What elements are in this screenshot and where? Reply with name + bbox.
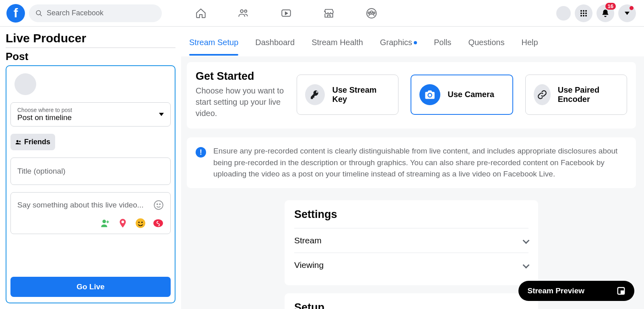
- tab-questions[interactable]: Questions: [468, 29, 504, 54]
- marketplace-icon: [323, 7, 335, 19]
- title-input[interactable]: Title (optional): [10, 158, 171, 185]
- tab-dashboard[interactable]: Dashboard: [255, 29, 295, 54]
- user-avatar[interactable]: [14, 73, 36, 95]
- svg-point-5: [368, 12, 369, 13]
- title-placeholder: Title (optional): [17, 167, 66, 175]
- nav-friends[interactable]: [225, 3, 262, 24]
- get-started-card: Get Started Choose how you want to start…: [187, 62, 636, 129]
- watch-icon: [280, 7, 292, 19]
- groups-icon: [365, 7, 378, 19]
- svg-point-19: [157, 204, 158, 205]
- post-destination-select[interactable]: Choose where to post Post on timeline: [10, 102, 171, 127]
- divider: [6, 48, 175, 48]
- svg-point-23: [138, 222, 140, 223]
- emoji-icon[interactable]: [153, 200, 164, 210]
- svg-point-4: [370, 11, 372, 13]
- tab-help[interactable]: Help: [521, 29, 538, 54]
- svg-point-16: [17, 140, 19, 142]
- svg-point-1: [244, 10, 247, 12]
- alert-dot: [630, 6, 634, 10]
- nav-watch[interactable]: [268, 3, 304, 24]
- svg-rect-29: [621, 291, 624, 294]
- facebook-logo[interactable]: f: [6, 4, 25, 23]
- tab-graphics[interactable]: Graphics: [380, 29, 417, 54]
- settings-row-viewing[interactable]: Viewing: [294, 253, 528, 277]
- svg-point-14: [583, 15, 584, 17]
- section-post-title: Post: [6, 50, 175, 63]
- sidebar: Live Producer Post Choose where to post …: [0, 27, 181, 309]
- option-stream-key[interactable]: Use Stream Key: [297, 75, 398, 115]
- get-started-desc: Choose how you want to start setting up …: [196, 85, 285, 119]
- nav-marketplace[interactable]: [311, 3, 347, 24]
- svg-point-0: [240, 10, 243, 12]
- profile-avatar[interactable]: [556, 6, 571, 21]
- indicator-dot: [414, 41, 417, 44]
- search-input[interactable]: Search Facebook: [29, 4, 162, 22]
- chevron-down-icon: [523, 237, 530, 244]
- tag-people-icon[interactable]: [99, 218, 111, 229]
- chevron-down-icon: [523, 261, 530, 268]
- nav-groups[interactable]: [353, 3, 390, 24]
- audience-chip[interactable]: Friends: [10, 134, 55, 150]
- attachment-row: [17, 218, 164, 229]
- svg-point-18: [154, 201, 163, 209]
- option-paired-encoder[interactable]: Use Paired Encoder: [525, 75, 627, 115]
- svg-point-11: [583, 12, 584, 14]
- main-content: Stream Setup Dashboard Stream Health Gra…: [181, 27, 644, 309]
- menu-grid-icon: [580, 9, 588, 17]
- bell-icon: [601, 9, 610, 18]
- svg-point-13: [580, 15, 582, 17]
- notice-text: Ensure any pre-recorded content is clear…: [213, 145, 627, 180]
- search-placeholder: Search Facebook: [47, 9, 103, 17]
- home-icon: [195, 7, 207, 19]
- camera-icon: [424, 89, 436, 100]
- friends-icon: [237, 7, 250, 19]
- settings-card: Settings Stream Viewing: [285, 200, 538, 285]
- svg-point-15: [585, 15, 587, 17]
- notice-card: ! Ensure any pre-recorded content is cle…: [187, 137, 636, 188]
- link-icon: [537, 89, 547, 100]
- svg-point-24: [141, 222, 142, 223]
- go-live-button[interactable]: Go Live: [10, 277, 171, 297]
- option-label: Use Paired Encoder: [558, 85, 619, 104]
- option-label: Use Stream Key: [332, 85, 390, 104]
- donate-icon[interactable]: [153, 218, 164, 229]
- svg-point-7: [580, 10, 582, 12]
- info-icon: !: [196, 147, 206, 158]
- settings-row-stream[interactable]: Stream: [294, 228, 528, 253]
- settings-title: Settings: [294, 208, 528, 221]
- svg-point-20: [159, 204, 160, 205]
- nav-center: [183, 3, 390, 24]
- stream-preview-pill[interactable]: Stream Preview: [518, 281, 634, 301]
- nav-right: 16: [556, 4, 636, 22]
- tab-stream-health[interactable]: Stream Health: [312, 29, 363, 54]
- desc-placeholder: Say something about this live video...: [17, 201, 144, 209]
- svg-point-10: [580, 12, 582, 14]
- desc-input[interactable]: Say something about this live video...: [10, 192, 171, 234]
- svg-point-17: [19, 141, 21, 142]
- menu-button[interactable]: [575, 4, 592, 22]
- feeling-icon[interactable]: [135, 218, 146, 229]
- nav-home[interactable]: [183, 3, 219, 24]
- option-use-camera[interactable]: Use Camera: [411, 75, 513, 115]
- preview-label: Stream Preview: [527, 286, 584, 295]
- tabs: Stream Setup Dashboard Stream Health Gra…: [181, 27, 644, 56]
- account-button[interactable]: [618, 4, 636, 22]
- get-started-title: Get Started: [196, 70, 285, 83]
- location-icon[interactable]: [117, 218, 128, 229]
- svg-point-6: [373, 12, 375, 13]
- search-icon: [35, 10, 43, 17]
- tab-polls[interactable]: Polls: [434, 29, 451, 54]
- audience-label: Friends: [24, 138, 50, 146]
- setup-card: Setup USB2.0 HD IR UVC... Start Screen S…: [285, 293, 538, 309]
- notification-badge: 16: [605, 3, 616, 10]
- svg-point-9: [585, 10, 587, 12]
- friends-icon: [15, 139, 22, 145]
- page-title: Live Producer: [6, 31, 175, 45]
- post-card: Choose where to post Post on timeline Fr…: [6, 65, 175, 303]
- select-label: Choose where to post: [17, 107, 72, 113]
- tab-stream-setup[interactable]: Stream Setup: [189, 29, 238, 54]
- chevron-down-icon: [625, 12, 630, 15]
- top-header: f Search Facebook 16: [0, 0, 644, 27]
- notifications-button[interactable]: 16: [597, 4, 614, 22]
